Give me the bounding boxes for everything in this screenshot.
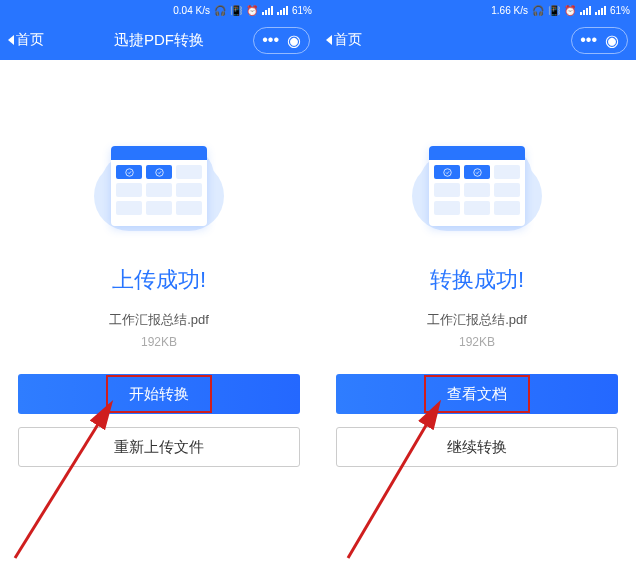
chevron-left-icon bbox=[8, 35, 14, 45]
back-button[interactable]: 首页 bbox=[326, 31, 362, 49]
secondary-button-label: 重新上传文件 bbox=[114, 438, 204, 457]
screen-right: 1.66 K/s 🎧 📳 ⏰ 61% 首页 ••• ◉ bbox=[318, 0, 636, 562]
nav-bar: 首页 ••• ◉ bbox=[318, 20, 636, 60]
vibrate-icon: 📳 bbox=[230, 5, 242, 16]
status-bar: 0.04 K/s 🎧 📳 ⏰ 61% bbox=[0, 0, 318, 20]
alarm-icon: ⏰ bbox=[564, 5, 576, 16]
action-area: 查看文档 继续转换 bbox=[318, 374, 636, 562]
signal-icon-2 bbox=[595, 5, 606, 15]
secondary-action-button[interactable]: 继续转换 bbox=[336, 427, 618, 467]
signal-icon bbox=[262, 5, 273, 15]
action-area: 开始转换 重新上传文件 bbox=[0, 374, 318, 562]
primary-action-button[interactable]: 查看文档 bbox=[336, 374, 618, 414]
signal-icon bbox=[580, 5, 591, 15]
status-bar: 1.66 K/s 🎧 📳 ⏰ 61% bbox=[318, 0, 636, 20]
screen-left: 0.04 K/s 🎧 📳 ⏰ 61% 首页 迅捷PDF转换 ••• ◉ bbox=[0, 0, 318, 562]
network-speed: 1.66 K/s bbox=[491, 5, 528, 16]
alarm-icon: ⏰ bbox=[246, 5, 258, 16]
nav-bar: 首页 迅捷PDF转换 ••• ◉ bbox=[0, 20, 318, 60]
back-button[interactable]: 首页 bbox=[8, 31, 44, 49]
file-size: 192KB bbox=[459, 335, 495, 349]
primary-button-label: 查看文档 bbox=[447, 385, 507, 404]
content-area: 上传成功! 工作汇报总结.pdf 192KB 开始转换 重新上传文件 bbox=[0, 60, 318, 562]
svg-point-1 bbox=[155, 168, 163, 176]
mini-program-controls[interactable]: ••• ◉ bbox=[253, 27, 310, 54]
svg-point-4 bbox=[443, 168, 451, 176]
file-name: 工作汇报总结.pdf bbox=[427, 311, 527, 329]
secondary-button-label: 继续转换 bbox=[447, 438, 507, 457]
svg-point-5 bbox=[473, 168, 481, 176]
signal-icon-2 bbox=[277, 5, 288, 15]
battery-level: 61% bbox=[610, 5, 630, 16]
primary-action-button[interactable]: 开始转换 bbox=[18, 374, 300, 414]
svg-point-0 bbox=[125, 168, 133, 176]
check-icon bbox=[146, 165, 172, 179]
nav-right: ••• ◉ bbox=[571, 27, 628, 54]
status-title: 上传成功! bbox=[112, 265, 206, 295]
status-title: 转换成功! bbox=[430, 265, 524, 295]
network-speed: 0.04 K/s bbox=[173, 5, 210, 16]
headphone-icon: 🎧 bbox=[532, 5, 544, 16]
nav-right: ••• ◉ bbox=[253, 27, 310, 54]
mini-program-controls[interactable]: ••• ◉ bbox=[571, 27, 628, 54]
primary-button-label: 开始转换 bbox=[129, 385, 189, 404]
target-icon[interactable]: ◉ bbox=[287, 31, 301, 50]
back-label: 首页 bbox=[334, 31, 362, 49]
headphone-icon: 🎧 bbox=[214, 5, 226, 16]
secondary-action-button[interactable]: 重新上传文件 bbox=[18, 427, 300, 467]
chevron-left-icon bbox=[326, 35, 332, 45]
check-icon bbox=[464, 165, 490, 179]
page-title: 迅捷PDF转换 bbox=[114, 31, 204, 50]
file-name: 工作汇报总结.pdf bbox=[109, 311, 209, 329]
target-icon[interactable]: ◉ bbox=[605, 31, 619, 50]
file-size: 192KB bbox=[141, 335, 177, 349]
success-illustration bbox=[412, 128, 542, 233]
more-icon[interactable]: ••• bbox=[580, 31, 597, 49]
more-icon[interactable]: ••• bbox=[262, 31, 279, 49]
battery-level: 61% bbox=[292, 5, 312, 16]
check-icon bbox=[434, 165, 460, 179]
success-illustration bbox=[94, 128, 224, 233]
content-area: 转换成功! 工作汇报总结.pdf 192KB 查看文档 继续转换 bbox=[318, 60, 636, 562]
back-label: 首页 bbox=[16, 31, 44, 49]
vibrate-icon: 📳 bbox=[548, 5, 560, 16]
check-icon bbox=[116, 165, 142, 179]
